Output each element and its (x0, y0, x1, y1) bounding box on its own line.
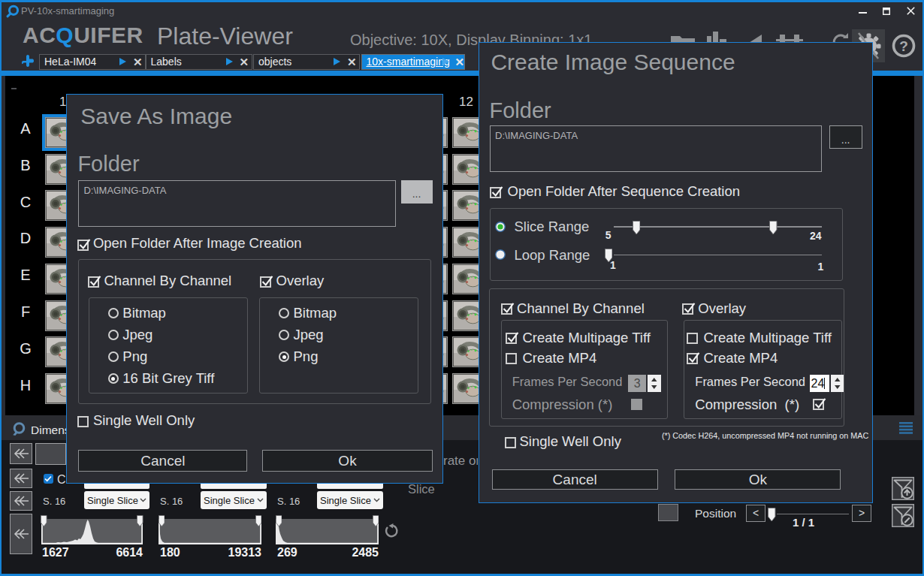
svg-text:?: ? (899, 38, 908, 54)
